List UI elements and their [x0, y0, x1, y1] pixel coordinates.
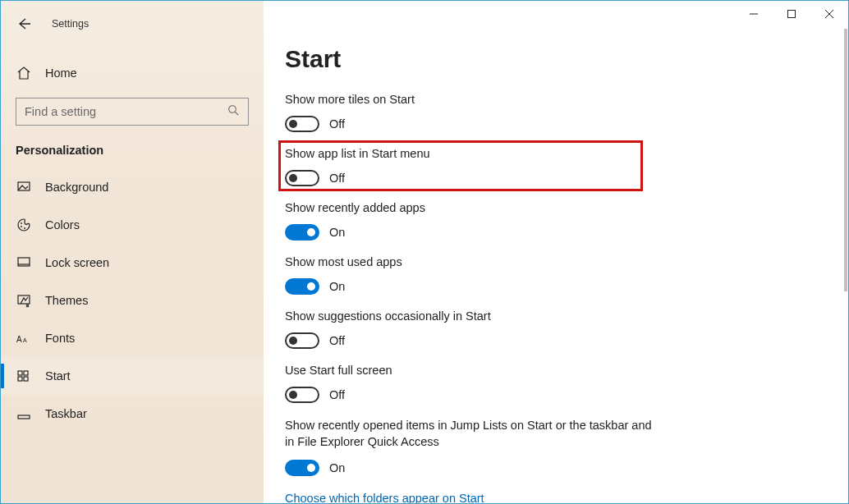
sidebar-item-label: Themes	[45, 294, 88, 307]
minimize-button[interactable]	[735, 1, 773, 27]
fonts-icon: AA	[16, 331, 32, 346]
sidebar: Settings Home Personalizat	[1, 1, 264, 503]
svg-point-8	[21, 226, 22, 227]
setting-row: Show recently opened items in Jump Lists…	[285, 418, 827, 476]
choose-folders-link[interactable]: Choose which folders appear on Start	[285, 492, 484, 503]
toggle-state-label: Off	[329, 172, 345, 185]
setting-label: Show more tiles on Start	[285, 93, 827, 106]
setting-row: Show recently added appsOn	[285, 201, 827, 241]
close-button[interactable]	[810, 1, 848, 27]
toggle-switch[interactable]	[285, 278, 319, 295]
palette-icon	[16, 218, 32, 232]
setting-label: Show recently added apps	[285, 201, 827, 214]
sidebar-item-label: Fonts	[45, 332, 75, 345]
toggle-state-label: Off	[329, 388, 345, 401]
app-title: Settings	[52, 18, 89, 30]
setting-label: Show recently opened items in Jump Lists…	[285, 418, 654, 450]
scrollbar-thumb[interactable]	[844, 29, 847, 291]
sidebar-item-label: Lock screen	[45, 256, 109, 269]
nav-list: BackgroundColorsLock screenThemesAAFonts…	[1, 168, 264, 433]
toggle-state-label: On	[329, 226, 345, 239]
setting-label: Use Start full screen	[285, 364, 827, 377]
svg-point-9	[24, 227, 25, 229]
toggle-state-label: Off	[329, 117, 345, 131]
toggle-switch[interactable]	[285, 460, 319, 476]
svg-rect-16	[24, 371, 28, 375]
page-title: Start	[285, 45, 827, 73]
main-content: Start Show more tiles on StartOffShow ap…	[264, 1, 848, 503]
setting-row: Use Start full screenOff	[285, 364, 827, 403]
svg-rect-15	[18, 371, 22, 375]
sidebar-item-taskbar[interactable]: Taskbar	[1, 395, 264, 433]
svg-point-7	[21, 222, 22, 224]
search-box[interactable]	[16, 98, 249, 126]
sidebar-item-start[interactable]: Start	[1, 357, 264, 395]
svg-rect-18	[24, 377, 28, 381]
themes-icon	[16, 293, 32, 308]
maximize-button[interactable]	[773, 1, 810, 27]
taskbar-icon	[16, 406, 32, 421]
setting-label: Show most used apps	[285, 255, 827, 268]
svg-rect-17	[18, 377, 22, 381]
sidebar-item-label: Taskbar	[45, 407, 87, 420]
toggle-switch[interactable]	[285, 387, 319, 403]
settings-window: Settings Home Personalizat	[0, 0, 849, 504]
titlebar	[264, 1, 848, 27]
sidebar-item-label: Start	[45, 369, 71, 383]
toggle-state-label: Off	[329, 334, 345, 347]
toggle-state-label: On	[329, 280, 345, 293]
sidebar-item-themes[interactable]: Themes	[1, 282, 264, 319]
svg-text:A: A	[23, 337, 27, 343]
toggle-switch[interactable]	[285, 170, 319, 186]
back-button[interactable]	[16, 16, 32, 32]
search-icon	[227, 104, 240, 120]
setting-row: Show app list in Start menuOff	[285, 147, 827, 186]
setting-label: Show app list in Start menu	[285, 147, 827, 160]
toggle-switch[interactable]	[285, 116, 319, 132]
svg-point-4	[229, 105, 236, 112]
sidebar-item-label: Background	[45, 181, 108, 194]
home-nav[interactable]: Home	[1, 57, 264, 89]
setting-label: Show suggestions occasionally in Start	[285, 309, 827, 323]
svg-text:A: A	[16, 335, 22, 344]
home-label: Home	[45, 66, 77, 80]
setting-row: Show more tiles on StartOff	[285, 93, 827, 132]
setting-row: Show most used appsOn	[285, 255, 827, 295]
sidebar-item-colors[interactable]: Colors	[1, 206, 264, 244]
start-icon	[16, 369, 32, 383]
category-header: Personalization	[1, 126, 264, 168]
toggle-state-label: On	[329, 461, 345, 474]
home-icon	[16, 66, 32, 80]
search-input[interactable]	[25, 105, 208, 118]
svg-rect-12	[18, 296, 30, 304]
setting-row: Show suggestions occasionally in StartOf…	[285, 309, 827, 349]
sidebar-item-fonts[interactable]: AAFonts	[1, 319, 264, 357]
svg-line-5	[235, 112, 238, 115]
toggle-switch[interactable]	[285, 224, 319, 241]
sidebar-item-label: Colors	[45, 218, 80, 231]
svg-rect-1	[788, 11, 796, 18]
toggle-switch[interactable]	[285, 332, 319, 349]
lockscreen-icon	[16, 255, 32, 270]
svg-rect-19	[18, 415, 30, 419]
picture-icon	[16, 180, 32, 195]
sidebar-item-lock-screen[interactable]: Lock screen	[1, 244, 264, 282]
sidebar-item-background[interactable]: Background	[1, 168, 264, 206]
